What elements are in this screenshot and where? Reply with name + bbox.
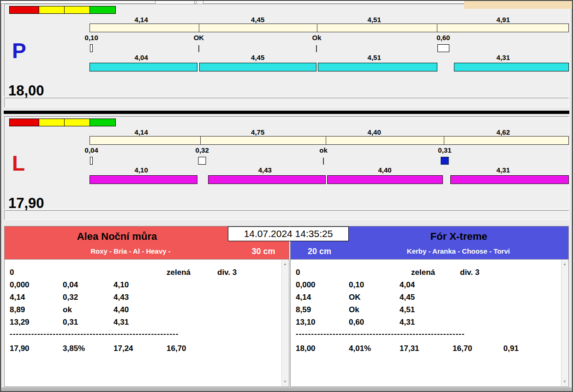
percent-value: 4,01%	[349, 342, 400, 355]
exchange-value: 0,32	[196, 146, 209, 154]
exchange-value: 0,31	[438, 146, 451, 154]
exchange-value: 0,32	[63, 291, 113, 303]
tick-marker	[90, 44, 93, 52]
lower-split-value: 4,51	[368, 53, 381, 61]
tick-marker	[198, 45, 199, 52]
split-time: 4,31	[113, 316, 167, 328]
background-window-fragment	[196, 0, 203, 4]
exchange-value: ok	[63, 303, 113, 316]
separator-line: ----------------------------------------…	[296, 328, 557, 339]
team-color: zelená	[411, 266, 460, 279]
result-row: 0,000 0,04 4,10	[10, 279, 278, 291]
split-time: 4,45	[400, 291, 453, 303]
upper-split-value: 4,40	[368, 128, 381, 136]
scrollbar[interactable]: ▲ ▼	[281, 260, 288, 386]
difference-value: 0,91	[503, 342, 557, 355]
track-segment	[208, 175, 326, 184]
blue-square-marker	[441, 157, 448, 165]
cumulative-time: 0,000	[10, 279, 63, 291]
track-separator	[199, 24, 199, 32]
net-time: 17,31	[400, 342, 453, 355]
split-time: 4,04	[400, 279, 453, 291]
team-subheader: Roxy - Bria - Al - Heavy - 30 cm	[5, 245, 289, 257]
run-count: 0	[10, 266, 167, 279]
exchange-value: Ok	[349, 303, 400, 316]
upper-split-value: 4,14	[135, 128, 148, 136]
background-window-fragment	[464, 0, 573, 9]
summary-row: 18,00 4,01% 17,31 16,70 0,91	[296, 342, 557, 355]
lower-track-bar	[90, 63, 569, 71]
scroll-up-icon[interactable]: ▲	[282, 262, 288, 267]
traffic-yellow-light	[65, 119, 90, 126]
track-separator	[326, 137, 326, 144]
status-strip	[1, 387, 572, 392]
total-time: 17,90	[8, 195, 44, 212]
exchange-value: 0,31	[63, 316, 113, 328]
cumulative-time: 8,59	[296, 303, 349, 316]
track-segment	[90, 175, 197, 184]
tick-marker	[316, 45, 317, 52]
lower-track-bar	[90, 175, 569, 184]
total-time: 18,00	[8, 83, 44, 99]
scroll-down-icon[interactable]: ▼	[282, 380, 288, 384]
spacer-strip	[4, 98, 569, 107]
result-row: 0 zelená div. 3	[10, 266, 278, 279]
exchange-value: 0,10	[349, 279, 400, 291]
app-window: P 4,14 4,45 4,51 4,91 0,10 OK Ok 0,60 4,…	[0, 0, 573, 392]
exchange-value: ok	[319, 146, 328, 154]
result-row: 8,89 ok 4,40	[10, 303, 278, 316]
track-segment	[454, 63, 569, 71]
result-row: 13,10 0,60 4,31	[296, 316, 557, 328]
traffic-red-light	[9, 119, 39, 126]
spacer-strip	[4, 210, 569, 220]
datetime-display: 14.07.2024 14:35:25	[228, 226, 349, 241]
split-time: 4,43	[113, 291, 167, 303]
lower-split-value: 4,04	[135, 53, 148, 61]
lower-split-value: 4,31	[496, 53, 510, 61]
upper-track-bar	[90, 136, 569, 145]
separator-line: ----------------------------------------…	[10, 328, 278, 339]
upper-split-value: 4,75	[251, 128, 264, 136]
white-square-marker	[198, 157, 206, 165]
track-segment	[450, 175, 569, 184]
datetime-text: 14.07.2024 14:35:25	[244, 228, 333, 239]
division-label: div. 3	[217, 266, 237, 279]
result-row: 4,14 OK 4,45	[296, 291, 557, 303]
track-separator	[317, 24, 317, 32]
track-separator	[200, 137, 201, 144]
track-segment	[90, 63, 197, 71]
team-members: Roxy - Bria - Al - Heavy -	[5, 245, 238, 257]
exchange-value: 0,10	[85, 34, 98, 42]
cumulative-time: 0,000	[296, 279, 349, 291]
timing-panel-l: L 4,14 4,75 4,40 4,62 0,04 0,32 ok 0,31 …	[4, 116, 569, 209]
background-window-fragment	[155, 0, 195, 4]
track-separator	[437, 24, 437, 32]
lane-letter: P	[12, 40, 26, 61]
split-time: 4,31	[400, 316, 453, 328]
panel-divider	[4, 111, 569, 114]
result-row: 0 zelená div. 3	[296, 266, 557, 279]
cumulative-time: 8,89	[10, 303, 63, 316]
timing-lane: 4,14 4,75 4,40 4,62 0,04 0,32 ok 0,31 4,…	[90, 117, 569, 209]
upper-track-bar	[90, 24, 569, 32]
result-row: 0,000 0,10 4,04	[296, 279, 557, 291]
timing-lane: 4,14 4,45 4,51 4,91 0,10 OK Ok 0,60 4,04…	[90, 4, 569, 96]
team-panel-left: Alea Noční můra Roxy - Bria - Al - Heavy…	[4, 226, 289, 387]
results-area: 0 zelená div. 3 0,000 0,10 4,04 4,14 OK …	[291, 259, 568, 386]
net-time: 17,24	[113, 342, 167, 355]
exchange-value: 0,60	[436, 34, 450, 42]
tick-marker	[90, 157, 93, 165]
scroll-up-icon[interactable]: ▲	[561, 262, 568, 267]
track-segment	[199, 63, 317, 71]
team-color: zelená	[167, 266, 217, 279]
scrollbar[interactable]: ▲ ▼	[561, 260, 568, 386]
result-row: 4,14 0,32 4,43	[10, 291, 278, 303]
result-row: 8,59 Ok 4,51	[296, 303, 557, 316]
traffic-yellow-light	[65, 6, 90, 14]
lower-split-value: 4,10	[135, 166, 148, 174]
exchange-value: OK	[194, 34, 204, 42]
result-row: 13,29 0,31 4,31	[10, 316, 278, 328]
scroll-down-icon[interactable]: ▼	[561, 380, 568, 384]
lower-split-value: 4,31	[496, 166, 510, 174]
track-segment	[327, 175, 442, 184]
